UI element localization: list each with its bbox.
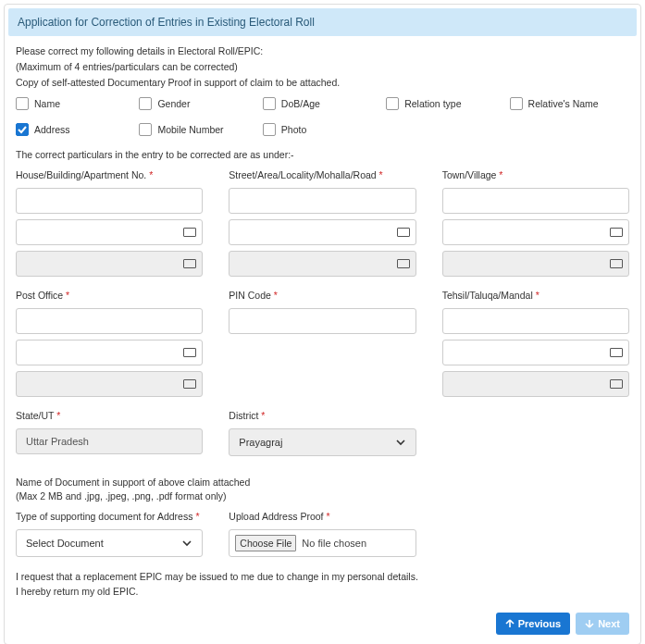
previous-button[interactable]: Previous — [496, 613, 570, 635]
keyboard-icon — [183, 228, 196, 237]
intro-line-2: (Maximum of 4 entries/particulars can be… — [16, 61, 629, 72]
town-col: Town/Village * — [442, 169, 629, 277]
house-input-2[interactable] — [16, 219, 203, 245]
postoffice-input-2[interactable] — [16, 340, 203, 365]
checkbox-mobile[interactable]: Mobile Number — [139, 123, 258, 136]
keyboard-icon — [610, 379, 623, 389]
checkbox-icon — [16, 97, 29, 110]
keyboard-icon — [610, 259, 623, 268]
pin-col: PIN Code * — [229, 290, 416, 397]
keyboard-icon — [183, 259, 196, 268]
next-button[interactable]: Next — [576, 613, 629, 635]
postoffice-col: Post Office * — [16, 290, 203, 397]
doc-name-label: Name of Document in support of above cla… — [16, 477, 629, 488]
section-header: Application for Correction of Entries in… — [8, 8, 637, 36]
checkbox-label: Name — [34, 98, 60, 109]
doc-type-value: Select Document — [26, 538, 104, 549]
tehsil-input[interactable] — [442, 308, 629, 334]
keyboard-icon — [397, 228, 410, 237]
keyboard-icon — [183, 379, 196, 389]
checkbox-label: Gender — [157, 98, 190, 109]
choose-file-button[interactable]: Choose File — [235, 535, 296, 551]
street-input-3 — [229, 251, 416, 277]
checkbox-icon — [386, 97, 399, 110]
arrow-down-icon — [585, 619, 594, 628]
checkbox-relation-type[interactable]: Relation type — [386, 97, 505, 110]
tehsil-input-2[interactable] — [442, 340, 629, 365]
declaration-line-2: I hereby return my old EPIC. — [16, 585, 629, 600]
state-input: Uttar Pradesh — [16, 428, 203, 454]
checkbox-icon — [139, 123, 152, 136]
postoffice-input-3 — [16, 371, 203, 397]
town-input-3 — [442, 251, 629, 277]
checkbox-label: Relation type — [404, 98, 461, 109]
town-input-2[interactable] — [442, 219, 629, 245]
checkbox-photo[interactable]: Photo — [263, 123, 382, 136]
form-container: Application for Correction of Entries in… — [4, 4, 641, 644]
keyboard-icon — [397, 259, 410, 268]
file-status-text: No file chosen — [302, 538, 366, 549]
keyboard-icon — [610, 348, 623, 357]
pin-label: PIN Code * — [229, 290, 416, 301]
street-label: Street/Area/Locality/Mohalla/Road * — [229, 169, 416, 180]
postoffice-input[interactable] — [16, 308, 203, 334]
intro-line-3: Copy of self-attested Documentary Proof … — [16, 77, 629, 88]
checkbox-label: Mobile Number — [157, 124, 223, 135]
arrow-up-icon — [505, 619, 515, 628]
district-label: District * — [229, 410, 416, 421]
town-input[interactable] — [442, 188, 629, 214]
intro-block: Please correct my following details in E… — [8, 45, 637, 88]
file-input[interactable]: Choose File No file chosen — [229, 529, 416, 557]
correction-options: Name Gender DoB/Age Relation type Relati… — [16, 97, 629, 136]
upload-col: Upload Address Proof * Choose File No fi… — [229, 511, 416, 557]
street-input[interactable] — [229, 188, 416, 214]
previous-label: Previous — [518, 618, 561, 629]
intro-line-1: Please correct my following details in E… — [16, 45, 629, 56]
tehsil-input-3 — [442, 371, 629, 397]
checkbox-label: Photo — [281, 124, 306, 135]
street-input-2[interactable] — [229, 219, 416, 245]
declaration-line-1: I request that a replacement EPIC may be… — [16, 570, 629, 585]
house-input[interactable] — [16, 188, 203, 214]
checkbox-label: Address — [34, 124, 70, 135]
checkbox-gender[interactable]: Gender — [139, 97, 258, 110]
doc-type-select[interactable]: Select Document — [16, 529, 203, 557]
doc-format-note: (Max 2 MB and .jpg, .jpeg, .png, .pdf fo… — [16, 490, 629, 502]
street-col: Street/Area/Locality/Mohalla/Road * — [229, 169, 416, 277]
doc-row: Type of supporting document for Address … — [16, 511, 629, 557]
keyboard-icon — [183, 348, 196, 357]
district-select[interactable]: Prayagraj — [229, 428, 416, 456]
pin-input[interactable] — [229, 308, 416, 334]
house-input-3 — [16, 251, 203, 277]
checkbox-icon — [510, 97, 523, 110]
checkbox-name[interactable]: Name — [16, 97, 135, 110]
chevron-down-icon — [395, 437, 406, 448]
subheading: The correct particulars in the entry to … — [16, 149, 629, 160]
upload-label: Upload Address Proof * — [229, 511, 416, 522]
tehsil-label: Tehsil/Taluqa/Mandal * — [442, 290, 629, 301]
button-row: Previous Next — [16, 613, 629, 635]
checkbox-dob[interactable]: DoB/Age — [263, 97, 382, 110]
postoffice-label: Post Office * — [16, 290, 203, 301]
checkbox-label: DoB/Age — [281, 98, 320, 109]
checkbox-icon — [16, 123, 29, 136]
checkbox-relative-name[interactable]: Relative's Name — [510, 97, 629, 110]
district-value: Prayagraj — [239, 437, 282, 448]
declaration-block: I request that a replacement EPIC may be… — [16, 570, 629, 600]
house-col: House/Building/Apartment No. * — [16, 169, 203, 277]
district-col: District * Prayagraj — [229, 410, 416, 456]
next-label: Next — [598, 618, 620, 629]
checkbox-icon — [139, 97, 152, 110]
keyboard-icon — [610, 228, 623, 237]
checkbox-icon — [263, 123, 276, 136]
state-col: State/UT * Uttar Pradesh — [16, 410, 203, 456]
address-fields: House/Building/Apartment No. * Street/Ar… — [16, 169, 629, 277]
section-title: Application for Correction of Entries in… — [18, 16, 315, 29]
document-section: Name of Document in support of above cla… — [16, 477, 629, 557]
checkbox-address[interactable]: Address — [16, 123, 135, 136]
doc-type-label: Type of supporting document for Address … — [16, 511, 203, 522]
chevron-down-icon — [181, 538, 192, 549]
town-label: Town/Village * — [442, 169, 629, 180]
address-fields-2: Post Office * PIN Code * Tehsil/Taluqa/M… — [16, 290, 629, 397]
empty-col-2 — [442, 511, 629, 557]
